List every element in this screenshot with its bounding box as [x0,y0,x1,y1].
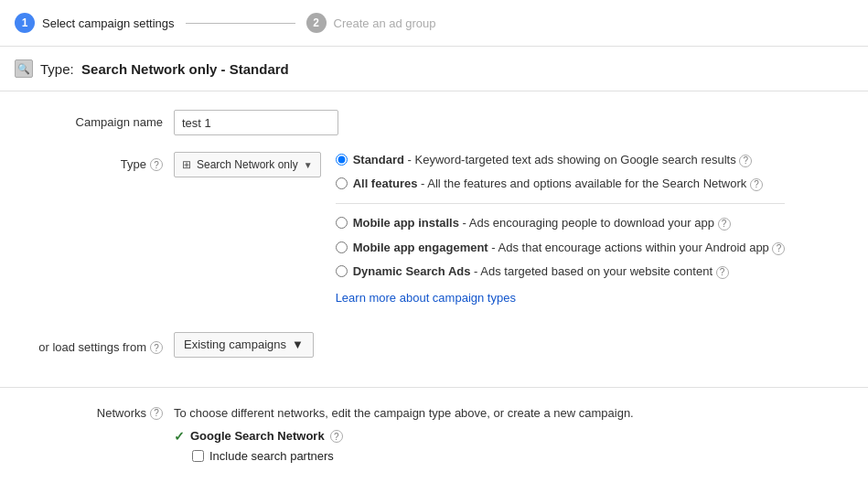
step-1: 1 Select campaign settings [15,13,175,33]
google-search-network-label: Google Search Network [190,429,325,443]
google-search-network-item: ✓ Google Search Network ? [174,429,868,444]
all-features-help-icon[interactable]: ? [750,178,763,191]
mobile-app-installs-help-icon[interactable]: ? [718,218,731,231]
mobile-app-engagement-help-icon[interactable]: ? [772,242,785,255]
chevron-down-icon: ▼ [304,160,313,170]
radio-options: Standard - Keyword-targeted text ads sho… [336,152,786,305]
load-settings-label: or load settings from ? [37,335,174,354]
network-icon: ⊞ [182,158,191,171]
chevron-down-icon: ▼ [292,338,304,351]
section-header: 🔍 Type: Search Network only - Standard [0,47,868,91]
step-2: 2 Create an ad group [306,13,436,33]
radio-standard[interactable]: Standard - Keyword-targeted text ads sho… [336,152,786,168]
networks-content: To choose different networks, edit the c… [174,406,868,463]
type-label: Type ? [37,152,174,171]
type-dropdown[interactable]: ⊞ Search Network only ▼ [174,152,321,177]
step-1-circle: 1 [15,13,35,33]
radio-dynamic-search-ads[interactable]: Dynamic Search Ads - Ads targeted based … [336,263,786,280]
search-icon: 🔍 [15,59,33,78]
include-search-partners-item[interactable]: Include search partners [192,449,868,463]
google-search-help-icon[interactable]: ? [330,430,343,443]
section-title: Type: Search Network only - Standard [40,61,289,77]
include-search-partners-checkbox[interactable] [192,450,204,462]
radio-mobile-app-installs[interactable]: Mobile app installs - Ads encouraging pe… [336,215,786,231]
networks-section: Networks ? To choose different networks,… [0,388,868,481]
existing-campaigns-label: Existing campaigns [184,338,286,351]
step-2-circle: 2 [306,13,327,33]
type-help-icon[interactable]: ? [150,158,163,171]
learn-more-link[interactable]: Learn more about campaign types [336,291,786,305]
radio-divider [336,203,786,204]
step-connector [186,23,295,24]
check-green-icon: ✓ [174,429,185,444]
step-2-label: Create an ad group [334,16,436,30]
type-row: Type ? ⊞ Search Network only ▼ Standard … [0,152,868,305]
load-settings-help-icon[interactable]: ? [150,341,163,354]
radio-all-features-input[interactable] [336,177,348,189]
radio-mobile-app-installs-input[interactable] [336,217,348,229]
dynamic-search-ads-help-icon[interactable]: ? [716,266,729,279]
radio-mobile-app-engagement-input[interactable] [336,241,348,253]
radio-dynamic-search-ads-input[interactable] [336,265,348,277]
form-area: Campaign name Type ? ⊞ Search Network on… [0,91,868,387]
stepper: 1 Select campaign settings 2 Create an a… [0,0,868,47]
networks-label: Networks ? [37,406,174,420]
radio-all-features[interactable]: All features - All the features and opti… [336,176,786,192]
step-1-label: Select campaign settings [42,16,175,30]
networks-info-text: To choose different networks, edit the c… [174,406,868,420]
existing-campaigns-dropdown[interactable]: Existing campaigns ▼ [174,332,314,358]
networks-row: Networks ? To choose different networks,… [0,406,868,463]
load-settings-row: or load settings from ? Existing campaig… [0,321,868,369]
campaign-name-label: Campaign name [37,110,174,129]
standard-help-icon[interactable]: ? [739,155,752,167]
campaign-name-input[interactable] [174,110,338,135]
radio-standard-input[interactable] [336,154,348,166]
type-dropdown-label: Search Network only [197,158,298,171]
radio-mobile-app-engagement[interactable]: Mobile app engagement - Ads that encoura… [336,240,786,256]
campaign-name-row: Campaign name [0,110,868,135]
networks-help-icon[interactable]: ? [150,407,163,420]
include-search-partners-label: Include search partners [209,449,334,463]
